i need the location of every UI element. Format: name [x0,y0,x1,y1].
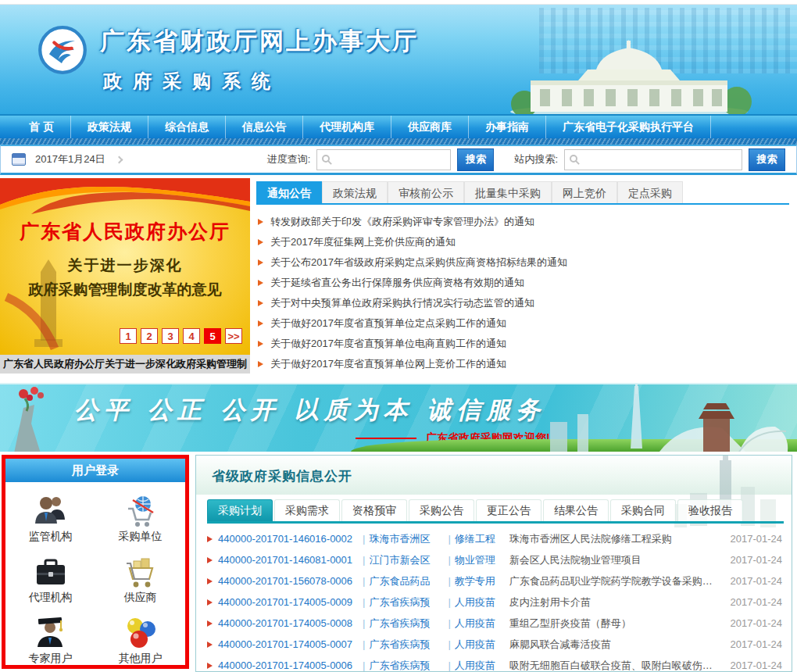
nav-item[interactable]: 供应商库 [391,116,469,138]
info-tab[interactable]: 验收报告 [677,499,743,521]
panel-title: 省级政府采购信息公开 [196,456,792,485]
carousel-page-button[interactable]: 4 [183,328,200,344]
notice-item-text: 关于2017年度征集网上竞价供应商的通知 [270,235,456,249]
carousel-caption[interactable]: 广东省人民政府办公厅关于进一步深化政府采购管理制 [0,355,250,374]
info-tab[interactable]: 结果公告 [543,499,609,521]
notice-item[interactable]: 关于延续省直公务出行保障服务供应商资格有效期的通知 [256,273,789,293]
notice-item[interactable]: 关于做好2017年度省直预算单位电商直购工作的通知 [256,334,789,354]
arrow-bullet-icon [258,361,263,367]
site-subtitle: 政府采购系统 [103,69,419,94]
info-tab[interactable]: 更正公告 [476,499,541,521]
arrow-bullet-icon [207,578,213,584]
notice-item[interactable]: 转发财政部关于印发《政府采购评审专家管理办法》的通知 [256,212,789,232]
row-project-id: 440000-201701-174005-0006 [218,659,359,671]
red-ribbon-decoration [0,178,250,219]
statue-flowers-decoration [0,384,70,452]
arrow-bullet-icon [258,300,263,306]
notice-tab[interactable]: 通知公告 [256,181,322,203]
table-row[interactable]: 440000-201701-156078-0006 | 广东食品药品 | 教学专… [206,570,782,592]
table-row[interactable]: 440000-201701-174005-0006 | 广东省疾病预 | 人用疫… [206,655,782,672]
separator: | [448,533,450,545]
notice-tab[interactable]: 定点采购 [617,181,683,203]
user-icon [32,611,70,650]
login-user[interactable]: 其他用户 [95,607,185,668]
separator: | [363,575,365,587]
arrow-bullet-icon [258,280,263,286]
notice-item[interactable]: 关于做好2017年度省直预算单位网上竞价工作的通知 [256,354,789,374]
nav-item[interactable]: 代理机构库 [303,116,391,138]
info-panel-header: 省级政府采购信息公开 [196,456,792,495]
login-user[interactable]: 代理机构 [5,546,95,607]
login-grid: 监管机构 采购单位 代理机构 供应商 [5,482,185,668]
info-tab[interactable]: 采购需求 [274,499,340,521]
slogan-text: 公平 公正 公开 以质为本 诚信服务 [74,394,545,427]
table-row[interactable]: 440000-201701-174005-0009 | 广东省疾病预 | 人用疫… [206,592,782,613]
row-title: 麻腮风联合减毒活疫苗 [509,638,721,652]
nav-item[interactable]: 首 页 [13,116,71,138]
notice-tab[interactable]: 批量集中采购 [464,181,552,203]
notice-item[interactable]: 关于2017年度征集网上竞价供应商的通知 [256,232,789,252]
carousel-page-button[interactable]: 5 [204,328,221,344]
carousel-title: 广东省人民政府办公厅 [0,219,250,245]
info-tabbar: 采购计划 采购需求 资格预审 采购公告 更正公告 结果公告 采购合同 验收报告 [207,499,784,524]
login-header[interactable]: 用户登录 [5,459,185,482]
row-region: 广东省疾病预 [369,595,444,609]
login-user[interactable]: 监管机构 [5,485,95,546]
table-row[interactable]: 440000-201701-174005-0007 | 广东省疾病预 | 人用疫… [206,634,782,655]
info-tab[interactable]: 采购公告 [409,499,474,521]
info-tab[interactable]: 资格预审 [341,499,407,521]
procurement-info-panel: 省级政府采购信息公开 采购计划 采购需求 资格预审 采购公告 更正公告 结果公告… [195,455,792,672]
nav-item[interactable]: 广东省电子化采购执行平台 [546,116,711,138]
info-tab[interactable]: 采购计划 [207,499,273,521]
arrow-bullet-icon [258,320,263,327]
carousel-subtitle-line2: 政府采购管理制度改革的意见 [0,280,250,300]
red-line-decoration [356,438,416,439]
carousel-page-button[interactable]: 2 [141,328,158,344]
notice-item[interactable]: 关于公布2017年省级政府采购定点采购供应商资格招标结果的通知 [256,252,789,273]
table-row[interactable]: 440000-201701-146016-0002 | 珠海市香洲区 | 修缮工… [206,528,782,549]
table-row[interactable]: 440000-201701-146081-0001 | 江门市新会区 | 物业管… [206,549,782,570]
login-user-label: 采购单位 [119,530,163,544]
carousel-slide[interactable]: 广东省人民政府办公厅 关于进一步深化 政府采购管理制度改革的意见 1 2 3 4… [0,178,250,355]
login-user[interactable]: 采购单位 [95,485,185,546]
notice-tab[interactable]: 网上竞价 [552,181,617,203]
notice-item-text: 关于对中央预算单位政府采购执行情况实行动态监管的通知 [270,296,534,310]
site-search-button[interactable]: 搜索 [749,148,785,171]
arrow-bullet-icon [258,341,263,347]
arrow-bullet-icon [258,259,263,266]
notice-list: 转发财政部关于印发《政府采购评审专家管理办法》的通知 关于2017年度征集网上竞… [256,212,789,374]
site-search-input[interactable] [581,151,742,169]
progress-search-button[interactable]: 搜索 [457,148,494,171]
login-user[interactable]: 专家用户 [5,607,95,668]
progress-search-input[interactable] [334,151,450,169]
login-user[interactable]: 供应商 [95,546,185,607]
row-category: 人用疫苗 [455,659,505,672]
notice-tabbar: 通知公告 政策法规 审核前公示 批量集中采购 网上竞价 定点采购 [256,181,789,205]
carousel-page-button[interactable]: 1 [120,328,137,344]
nav-item[interactable]: 综合信息 [148,116,226,138]
notice-item[interactable]: 关于做好2017年度省直预算单位定点采购工作的通知 [256,313,789,334]
row-project-id: 440000-201701-174005-0007 [218,638,359,650]
login-panel: 用户登录 监管机构 采购单位 代理机构 [2,455,189,669]
table-row[interactable]: 440000-201701-174005-0008 | 广东省疾病预 | 人用疫… [206,613,782,634]
info-tab[interactable]: 采购合同 [610,499,676,521]
carousel-subtitle-line1: 关于进一步深化 [0,256,250,276]
row-category: 修缮工程 [455,532,505,546]
separator: | [448,659,450,671]
arrow-bullet-icon [207,620,213,627]
row-date: 2017-01-24 [721,638,782,650]
carousel-page-button[interactable]: 3 [162,328,179,344]
user-icon [122,550,159,589]
row-title: 新会区人民法院物业管理项目 [509,553,721,567]
nav-item[interactable]: 政策法规 [71,116,148,138]
nav-item[interactable]: 信息公告 [226,116,303,138]
row-title: 广东食品药品职业学院药学院教学设备采购项目 [509,574,721,588]
row-region: 广东省疾病预 [369,638,444,652]
nav-item[interactable]: 办事指南 [469,116,546,138]
carousel-next-button[interactable]: >> [225,328,242,344]
notice-tab[interactable]: 审核前公示 [388,181,464,203]
carousel-banner: 广东省人民政府办公厅 关于进一步深化 政府采购管理制度改革的意见 1 2 3 4… [0,175,250,383]
notice-tab[interactable]: 政策法规 [322,181,388,203]
notice-item[interactable]: 关于对中央预算单位政府采购执行情况实行动态监管的通知 [256,293,789,313]
row-region: 广东省疾病预 [369,617,444,631]
